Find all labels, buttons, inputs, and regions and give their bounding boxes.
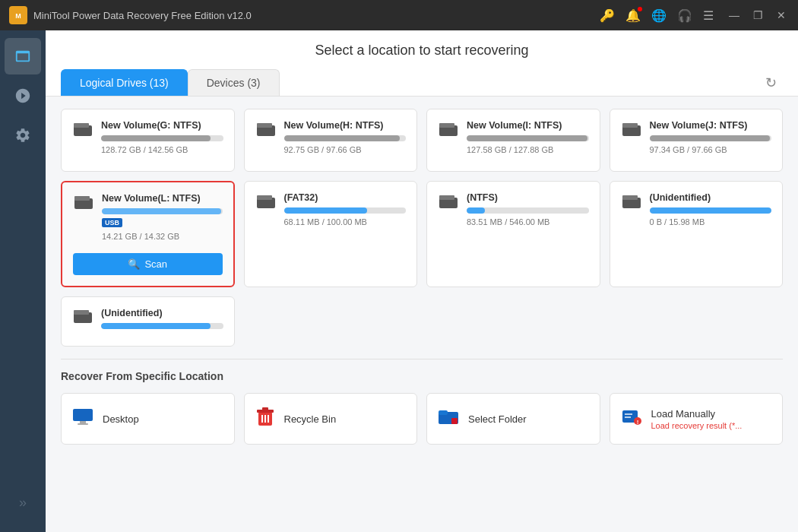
drive-name: New Volume(L: NTFS) bbox=[102, 193, 223, 204]
drive-name: (FAT32) bbox=[284, 192, 407, 203]
close-button[interactable]: ✕ bbox=[774, 8, 789, 23]
sidebar-bottom: » bbox=[13, 489, 33, 524]
sidebar-expand[interactable]: » bbox=[13, 489, 33, 517]
minimize-button[interactable]: — bbox=[726, 8, 743, 23]
tab-bar: Logical Drives (13) Devices (3) ↻ bbox=[61, 69, 783, 96]
recover-label: Desktop bbox=[103, 413, 139, 425]
section-divider bbox=[61, 359, 783, 359]
svg-rect-11 bbox=[74, 196, 90, 201]
recover-card-2[interactable]: Select Folder bbox=[426, 393, 600, 445]
menu-icon[interactable]: ☰ bbox=[703, 8, 714, 23]
recover-label: Load Manually bbox=[651, 408, 743, 420]
drive-size: 14.21 GB / 14.32 GB bbox=[102, 232, 223, 241]
recover-label: Recycle Bin bbox=[284, 413, 337, 425]
svg-rect-21 bbox=[80, 421, 86, 423]
folder-icon bbox=[438, 407, 459, 426]
drive-size: 0 B / 15.98 MB bbox=[650, 217, 772, 226]
refresh-button[interactable]: ↻ bbox=[759, 71, 783, 94]
drive-name: New Volume(J: NTFS) bbox=[650, 120, 772, 131]
content-header: Select a location to start recovering Lo… bbox=[46, 30, 798, 97]
drive-name: (Unidentified) bbox=[650, 192, 772, 203]
svg-rect-7 bbox=[439, 123, 454, 128]
svg-text:!: ! bbox=[636, 419, 638, 426]
drive-size: 127.58 GB / 127.88 GB bbox=[467, 145, 589, 154]
drive-name: New Volume(H: NTFS) bbox=[284, 120, 407, 131]
svg-rect-25 bbox=[262, 407, 268, 410]
drive-icon bbox=[621, 192, 642, 215]
drive-grid: New Volume(G: NTFS) 128.72 GB / 142.56 G… bbox=[61, 109, 783, 347]
restore-button[interactable]: ❐ bbox=[750, 8, 766, 23]
usb-badge: USB bbox=[102, 218, 122, 227]
svg-rect-20 bbox=[73, 409, 93, 421]
drive-name: (Unidentified) bbox=[101, 308, 223, 318]
drive-card-6[interactable]: (NTFS) 83.51 MB / 546.00 MB bbox=[426, 181, 600, 287]
svg-rect-31 bbox=[451, 418, 458, 424]
svg-rect-9 bbox=[622, 123, 638, 128]
drive-icon bbox=[255, 120, 277, 143]
recover-card-3[interactable]: ! Load Manually Load recovery result (*.… bbox=[610, 393, 784, 445]
key-icon[interactable]: 🔑 bbox=[600, 8, 615, 23]
drive-card-7[interactable]: (Unidentified) 0 B / 15.98 MB bbox=[610, 181, 784, 287]
drive-size: 128.72 GB / 142.56 GB bbox=[101, 145, 223, 154]
recover-section-title: Recover From Specific Location bbox=[61, 370, 783, 382]
headphones-icon[interactable]: 🎧 bbox=[677, 8, 692, 23]
load-manually-icon: ! bbox=[621, 407, 642, 426]
main-content: Select a location to start recovering Lo… bbox=[46, 30, 798, 532]
svg-rect-15 bbox=[439, 195, 454, 200]
recover-label: Select Folder bbox=[468, 413, 527, 425]
title-bar: M MiniTool Power Data Recovery Free Edit… bbox=[0, 0, 798, 30]
drive-icon bbox=[438, 192, 459, 215]
page-title: Select a location to start recovering bbox=[61, 43, 783, 59]
drive-size: 92.75 GB / 97.66 GB bbox=[284, 145, 407, 154]
drive-size: 97.34 GB / 97.66 GB bbox=[650, 145, 772, 154]
drive-card-5[interactable]: (FAT32) 68.11 MB / 100.00 MB bbox=[244, 181, 418, 287]
drive-size: 83.51 MB / 546.00 MB bbox=[467, 217, 589, 226]
svg-rect-34 bbox=[625, 416, 631, 418]
recover-card-1[interactable]: Recycle Bin bbox=[244, 393, 418, 445]
drive-icon bbox=[72, 120, 93, 143]
drive-card-4[interactable]: New Volume(L: NTFS) USB 14.21 GB / 14.32… bbox=[61, 181, 235, 287]
svg-rect-5 bbox=[257, 123, 272, 128]
tab-devices[interactable]: Devices (3) bbox=[188, 69, 280, 96]
drive-icon bbox=[255, 192, 277, 215]
drive-card-1[interactable]: New Volume(H: NTFS) 92.75 GB / 97.66 GB bbox=[244, 109, 418, 172]
sidebar-item-tools[interactable] bbox=[5, 78, 41, 114]
scan-button[interactable]: 🔍Scan bbox=[73, 253, 223, 275]
window-controls: — ❐ ✕ bbox=[726, 8, 789, 23]
globe-icon[interactable]: 🌐 bbox=[651, 8, 667, 23]
scroll-area[interactable]: New Volume(G: NTFS) 128.72 GB / 142.56 G… bbox=[46, 97, 798, 532]
app-layout: » Select a location to start recovering … bbox=[0, 30, 798, 532]
drive-name: New Volume(G: NTFS) bbox=[101, 120, 223, 131]
recycle-bin-icon bbox=[255, 406, 275, 427]
sidebar: » bbox=[0, 30, 46, 532]
drive-name: New Volume(I: NTFS) bbox=[467, 120, 589, 131]
drive-card-0[interactable]: New Volume(G: NTFS) 128.72 GB / 142.56 G… bbox=[61, 109, 235, 172]
recover-card-0[interactable]: Desktop bbox=[61, 393, 235, 445]
desktop-icon bbox=[72, 407, 93, 426]
drive-size: 68.11 MB / 100.00 MB bbox=[284, 217, 407, 226]
sidebar-item-recovery[interactable] bbox=[5, 38, 41, 74]
drive-card-2[interactable]: New Volume(I: NTFS) 127.58 GB / 127.88 G… bbox=[426, 109, 600, 172]
svg-rect-3 bbox=[74, 123, 89, 128]
svg-rect-22 bbox=[78, 423, 88, 425]
svg-rect-17 bbox=[622, 195, 638, 200]
drive-icon bbox=[438, 120, 459, 143]
drive-name: (NTFS) bbox=[467, 192, 589, 203]
sidebar-item-settings[interactable] bbox=[5, 117, 41, 154]
svg-rect-30 bbox=[439, 410, 448, 415]
tab-logical-drives[interactable]: Logical Drives (13) bbox=[61, 69, 188, 96]
drive-card-3[interactable]: New Volume(J: NTFS) 97.34 GB / 97.66 GB bbox=[610, 109, 784, 172]
svg-rect-33 bbox=[625, 413, 632, 415]
recover-grid: Desktop Recycle Bin Select Folder ! Load… bbox=[61, 393, 783, 445]
app-logo: M bbox=[9, 6, 27, 24]
drive-card-8[interactable]: (Unidentified) bbox=[61, 296, 235, 347]
toolbar-icons: 🔑 🔔 🌐 🎧 ☰ bbox=[600, 8, 714, 23]
drive-icon bbox=[72, 308, 93, 329]
bell-icon[interactable]: 🔔 bbox=[625, 8, 641, 23]
search-icon: 🔍 bbox=[128, 258, 140, 270]
app-title: MiniTool Power Data Recovery Free Editio… bbox=[33, 10, 600, 21]
svg-rect-19 bbox=[74, 310, 89, 315]
svg-text:M: M bbox=[15, 12, 21, 20]
svg-rect-13 bbox=[257, 195, 272, 200]
recover-sub: Load recovery result (*... bbox=[651, 421, 743, 430]
